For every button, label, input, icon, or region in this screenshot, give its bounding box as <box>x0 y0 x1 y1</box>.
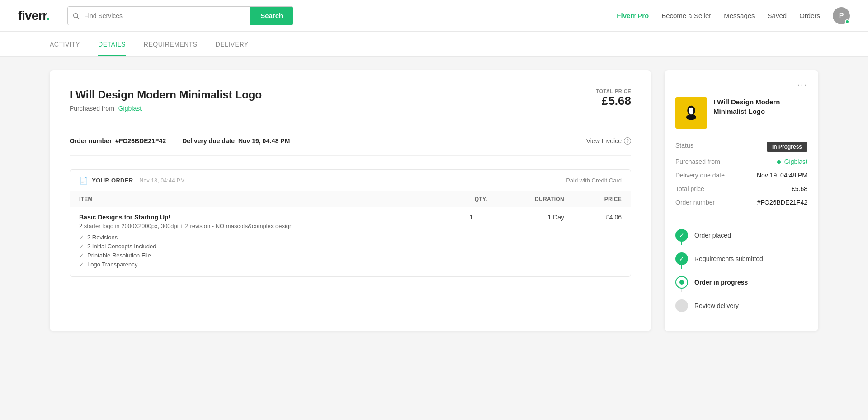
sidebar-seller-link[interactable]: Gigblast <box>784 158 807 165</box>
fiverr-pro-link[interactable]: Fiverr Pro <box>617 12 649 19</box>
order-table: ITEM QTY. DURATION PRICE Basic Designs f… <box>70 191 631 276</box>
step-label-requirements: Requirements submitted <box>694 247 763 271</box>
col-qty: QTY. <box>446 191 496 207</box>
step-icon-order-placed: ✓ <box>675 229 688 242</box>
tab-requirements[interactable]: REQUIREMENTS <box>144 32 198 56</box>
order-title: I Will Design Modern Minimalist Logo <box>70 89 262 101</box>
price-cell: £4.06 <box>573 207 631 277</box>
tab-details[interactable]: DETAILS <box>98 32 126 56</box>
step-order-placed: ✓ Order placed <box>675 224 807 247</box>
header: fiverr. Search Fiverr Pro Become a Selle… <box>0 0 868 32</box>
step-inner-dot <box>679 280 684 285</box>
tab-delivery[interactable]: DELIVERY <box>216 32 249 56</box>
paid-with: Paid with Credit Card <box>566 177 622 184</box>
sidebar-gig-row: GIGBLAST I Will Design Modern Minimalist… <box>675 97 807 129</box>
seller-online-dot <box>777 160 781 164</box>
more-options-button[interactable]: ··· <box>675 79 807 90</box>
become-seller-link[interactable]: Become a Seller <box>661 12 711 19</box>
delivery-due-label: Delivery due date <box>675 168 748 182</box>
check-icon: ✓ <box>79 234 84 241</box>
avatar-online-dot <box>845 19 849 24</box>
check-icon: ✓ <box>79 261 84 268</box>
list-item: ✓ Logo Transparency <box>79 261 437 268</box>
order-meta: Order number #FO26BDE21F42 Delivery due … <box>70 137 631 156</box>
svg-text:GIGBLAST: GIGBLAST <box>687 121 696 123</box>
purchased-from: Purchased from Gigblast <box>70 105 262 112</box>
search-icon <box>68 12 84 19</box>
total-price-amount: £5.68 <box>596 94 631 108</box>
svg-point-0 <box>74 13 78 17</box>
step-order-in-progress: Order in progress <box>675 271 807 294</box>
total-price-row: Total price £5.68 <box>675 182 807 196</box>
order-number-value: #FO26BDE21F42 <box>748 196 807 209</box>
gig-thumbnail: GIGBLAST <box>675 97 707 129</box>
list-item: ✓ 2 Initial Concepts Included <box>79 243 437 250</box>
delivery-due-value: Nov 19, 04:48 PM <box>748 168 807 182</box>
feature-list: ✓ 2 Revisions ✓ 2 Initial Concepts Inclu… <box>79 234 437 268</box>
status-badge: In Progress <box>767 142 807 152</box>
search-input[interactable] <box>84 12 250 19</box>
saved-link[interactable]: Saved <box>768 12 787 19</box>
search-button[interactable]: Search <box>250 6 293 25</box>
total-price-label: TOTAL PRICE <box>596 89 631 94</box>
qty-cell: 1 <box>446 207 496 277</box>
step-icon-review <box>675 299 688 312</box>
header-nav: Fiverr Pro Become a Seller Messages Save… <box>617 7 850 24</box>
duration-cell: 1 Day <box>496 207 573 277</box>
order-date: Nov 18, 04:44 PM <box>139 177 185 184</box>
order-card: I Will Design Modern Minimalist Logo Pur… <box>50 70 651 331</box>
purchased-from-row: Purchased from Gigblast <box>675 155 807 168</box>
orders-link[interactable]: Orders <box>799 12 820 19</box>
step-icon-in-progress <box>675 276 688 289</box>
sidebar-info-table: Status In Progress Purchased from Gigbla… <box>675 139 807 209</box>
avatar[interactable]: P <box>833 7 850 24</box>
messages-link[interactable]: Messages <box>724 12 755 19</box>
order-number-row: Order number #FO26BDE21F42 <box>675 196 807 209</box>
item-desc: 2 starter logo in 2000X2000px, 300dpi + … <box>79 223 437 229</box>
order-number-label: Order number <box>70 137 112 145</box>
total-price-value: £5.68 <box>748 182 807 196</box>
list-item: ✓ Printable Resolution File <box>79 252 437 259</box>
tabs-bar: ACTIVITY DETAILS REQUIREMENTS DELIVERY <box>0 32 868 57</box>
check-icon: ✓ <box>79 243 84 250</box>
step-icon-requirements: ✓ <box>675 252 688 265</box>
list-item: ✓ 2 Revisions <box>79 234 437 241</box>
total-price-block: TOTAL PRICE £5.68 <box>596 89 631 108</box>
delivery-due-label: Delivery due date <box>182 137 235 145</box>
sidebar-card: ··· GIGBLAST I Will Design Modern Minima… <box>665 70 818 331</box>
step-label-in-progress: Order in progress <box>694 271 748 294</box>
sidebar-gig-title: I Will Design Modern Minimalist Logo <box>713 97 807 129</box>
your-order-box: 📄 YOUR ORDER Nov 18, 04:44 PM Paid with … <box>70 169 631 277</box>
doc-icon: 📄 <box>79 176 88 185</box>
delivery-due-value: Nov 19, 04:48 PM <box>238 137 290 145</box>
status-row: Status In Progress <box>675 139 807 155</box>
svg-point-7 <box>686 114 697 120</box>
tab-activity[interactable]: ACTIVITY <box>50 32 80 56</box>
progress-steps: ✓ Order placed ✓ Requirements submitted … <box>675 222 807 317</box>
check-icon: ✓ <box>79 252 84 259</box>
fiverr-logo[interactable]: fiverr. <box>18 9 49 23</box>
search-bar: Search <box>67 6 293 25</box>
view-invoice-button[interactable]: View Invoice ? <box>586 137 631 145</box>
your-order-header: 📄 YOUR ORDER Nov 18, 04:44 PM Paid with … <box>70 170 631 191</box>
col-price: PRICE <box>573 191 631 207</box>
order-number-meta: Order number #FO26BDE21F42 <box>70 137 166 145</box>
svg-point-5 <box>689 108 690 110</box>
step-label-review: Review delivery <box>694 294 739 317</box>
col-duration: DURATION <box>496 191 573 207</box>
table-row: Basic Designs for Starting Up! 2 starter… <box>70 207 631 277</box>
delivery-due-row: Delivery due date Nov 19, 04:48 PM <box>675 168 807 182</box>
step-review-delivery: Review delivery <box>675 294 807 317</box>
help-icon: ? <box>624 137 631 145</box>
item-name: Basic Designs for Starting Up! <box>79 214 437 221</box>
total-price-label: Total price <box>675 182 748 196</box>
seller-link[interactable]: Gigblast <box>118 105 142 112</box>
your-order-label: 📄 YOUR ORDER Nov 18, 04:44 PM <box>79 176 185 185</box>
svg-line-1 <box>77 17 79 19</box>
purchased-from-label: Purchased from <box>675 155 748 168</box>
svg-point-6 <box>692 108 693 110</box>
delivery-due-meta: Delivery due date Nov 19, 04:48 PM <box>182 137 290 145</box>
order-number-label: Order number <box>675 196 748 209</box>
step-label-order-placed: Order placed <box>694 224 731 247</box>
step-requirements-submitted: ✓ Requirements submitted <box>675 247 807 271</box>
